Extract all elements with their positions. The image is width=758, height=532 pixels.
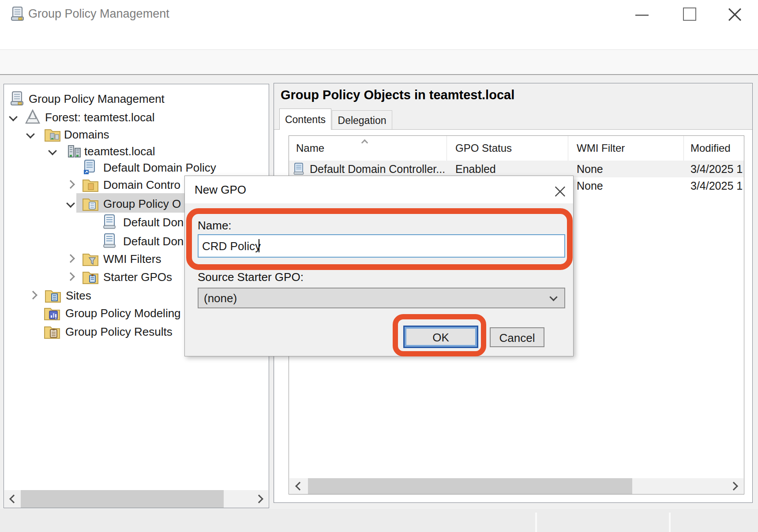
list-horizontal-scrollbar[interactable] xyxy=(289,478,743,494)
dialog-close-icon[interactable] xyxy=(555,185,565,195)
bottom-band xyxy=(0,509,758,532)
close-button[interactable] xyxy=(728,6,741,19)
chevron-expanded-icon[interactable] xyxy=(26,130,35,139)
source-starter-gpo-value: (none) xyxy=(204,292,237,305)
scroll-right-icon[interactable] xyxy=(255,495,263,503)
chevron-collapsed-icon[interactable] xyxy=(66,180,75,189)
dialog-title-bar: New GPO xyxy=(185,176,573,203)
tree-item-label: Group Policy Modeling xyxy=(65,307,181,320)
source-starter-gpo-select[interactable]: (none) xyxy=(198,288,565,308)
cell-wmi-filter: None xyxy=(577,180,680,192)
scrollbar-thumb[interactable] xyxy=(21,490,224,508)
gpo-icon xyxy=(102,233,118,249)
column-header-modified[interactable]: Modified xyxy=(690,142,731,154)
band-divider xyxy=(535,513,537,532)
tree-item-teamtest-local[interactable]: teamtest.local xyxy=(4,142,269,159)
tab-delegation[interactable]: Delegation xyxy=(332,110,392,130)
table-row[interactable]: Default Domain Controller... Enabled Non… xyxy=(289,161,744,177)
tree-item-label: WMI Filters xyxy=(103,252,161,266)
scrollbar-thumb[interactable] xyxy=(308,478,632,494)
folder-icon xyxy=(82,176,98,192)
gpo-icon xyxy=(102,214,118,230)
chevron-expanded-icon[interactable] xyxy=(48,146,57,155)
chevron-collapsed-icon[interactable] xyxy=(29,291,38,300)
scroll-right-icon[interactable] xyxy=(729,482,738,491)
chevron-expanded-icon[interactable] xyxy=(9,112,18,121)
tree-item-group-policy-management[interactable]: Group Policy Management xyxy=(4,90,269,107)
minimize-button[interactable] xyxy=(635,15,649,16)
menu-bar: File Action View Window Help xyxy=(0,27,758,50)
chevron-down-icon xyxy=(549,293,557,301)
column-header-gpo-status[interactable]: GPO Status xyxy=(455,142,512,154)
tree-item-label: Group Policy Results xyxy=(65,325,173,339)
cell-gpo-status: Enabled xyxy=(455,163,566,176)
scroll-left-icon[interactable] xyxy=(9,495,18,503)
cell-modified: 3/4/2025 1 xyxy=(690,180,744,192)
group-policy-management-window: Group Policy Management File Action View… xyxy=(0,0,758,532)
domain-icon xyxy=(67,143,83,159)
maximize-button[interactable] xyxy=(683,7,696,21)
column-header-name[interactable]: Name xyxy=(296,142,324,154)
gpm-icon xyxy=(9,90,25,106)
results-pane-title: Group Policy Objects in teamtest.local xyxy=(281,88,514,102)
tab-contents[interactable]: Contents xyxy=(279,109,331,130)
tree-item-label: Domain Contro xyxy=(103,178,180,192)
tree-item-label: Default Domain Policy xyxy=(103,161,216,175)
starter-gpos-folder-icon xyxy=(82,269,98,285)
gpo-link-icon xyxy=(82,159,98,175)
list-header-row: Name GPO Status WMI Filter Modified xyxy=(289,136,744,161)
tree-item-label: Domains xyxy=(64,128,109,142)
column-separator[interactable] xyxy=(683,136,684,161)
tree-item-label: Forest: teamtest.local xyxy=(45,111,155,124)
modeling-icon xyxy=(44,305,60,321)
cell-wmi-filter: None xyxy=(577,163,680,176)
domains-folder-icon xyxy=(44,126,60,142)
tab-divider xyxy=(274,129,752,130)
chevron-expanded-icon[interactable] xyxy=(66,199,75,208)
tree-item-label: Group Policy O xyxy=(103,197,181,211)
tree-item-default-domain-policy[interactable]: Default Domain Policy xyxy=(4,159,269,176)
sort-ascending-icon xyxy=(361,139,368,146)
cell-name: Default Domain Controller... xyxy=(310,163,444,176)
chevron-collapsed-icon[interactable] xyxy=(66,272,75,281)
annotation-name-field xyxy=(186,208,573,270)
annotation-ok-button xyxy=(393,314,486,356)
title-bar: Group Policy Management xyxy=(0,0,758,27)
chevron-collapsed-icon[interactable] xyxy=(66,254,75,263)
cell-modified: 3/4/2025 1 xyxy=(690,163,744,176)
app-icon xyxy=(10,6,26,23)
tree-item-label: Starter GPOs xyxy=(103,270,172,284)
tree-item-label: Default Don xyxy=(123,216,184,229)
tree-horizontal-scrollbar[interactable] xyxy=(4,490,268,508)
results-icon xyxy=(44,323,60,339)
wmi-filters-folder-icon xyxy=(82,251,98,266)
source-starter-gpo-label: Source Starter GPO: xyxy=(198,270,304,284)
window-title: Group Policy Management xyxy=(28,7,169,21)
dialog-title: New GPO xyxy=(195,183,246,197)
cancel-button[interactable]: Cancel xyxy=(490,327,544,347)
tree-item-label: Default Don xyxy=(123,235,184,248)
column-separator[interactable] xyxy=(568,136,568,161)
sites-folder-icon xyxy=(45,287,60,303)
band-divider xyxy=(669,513,671,532)
tree-item-label: Sites xyxy=(66,289,91,303)
tree-item-domains[interactable]: Domains xyxy=(4,126,269,142)
column-header-wmi-filter[interactable]: WMI Filter xyxy=(577,142,625,154)
tree-item-label: teamtest.local xyxy=(84,145,155,158)
toolbar: ? xyxy=(0,50,758,75)
gpo-folder-icon xyxy=(82,195,98,211)
tree-item-forest[interactable]: Forest: teamtest.local xyxy=(4,109,269,125)
forest-icon xyxy=(25,109,41,125)
column-separator[interactable] xyxy=(447,136,447,161)
tree-item-label: Group Policy Management xyxy=(29,92,165,106)
scroll-left-icon[interactable] xyxy=(295,482,304,491)
